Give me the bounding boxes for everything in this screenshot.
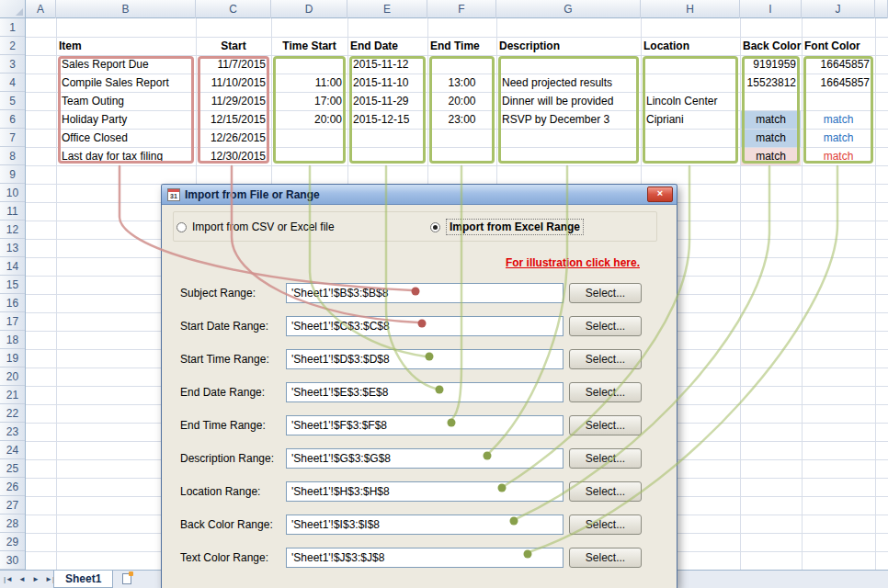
- row-header-7[interactable]: 7: [0, 129, 25, 147]
- tab-scroll-next-icon[interactable]: ►: [30, 572, 41, 586]
- subject-range-input[interactable]: [286, 283, 564, 303]
- end-date-range-select-button[interactable]: Select...: [569, 382, 642, 402]
- select-all-corner[interactable]: [0, 0, 26, 18]
- row-header-9[interactable]: 9: [0, 165, 25, 184]
- description-range-select-button[interactable]: Select...: [569, 448, 642, 469]
- column-header-J[interactable]: J: [802, 0, 875, 18]
- text-color-range-input[interactable]: [286, 548, 564, 568]
- row-header-1[interactable]: 1: [0, 18, 25, 37]
- close-button[interactable]: ×: [647, 187, 673, 202]
- radio-import-excel-range[interactable]: Import from Excel Range: [430, 218, 584, 236]
- range-highlight-D3-D8: [273, 56, 346, 164]
- cell-B2[interactable]: Item: [56, 37, 196, 55]
- row-header-4[interactable]: 4: [0, 74, 25, 92]
- start-date-range-input[interactable]: [286, 316, 564, 336]
- start-time-range-input[interactable]: [286, 349, 564, 369]
- back-color-range-select-button[interactable]: Select...: [569, 514, 642, 535]
- column-header-D[interactable]: D: [271, 0, 347, 18]
- column-header-E[interactable]: E: [347, 0, 427, 18]
- range-highlight-C3-C8: [198, 56, 269, 164]
- radio-unselected-icon[interactable]: [176, 222, 187, 232]
- row-header-5[interactable]: 5: [0, 92, 25, 110]
- row-header-2[interactable]: 2: [0, 37, 25, 55]
- row-header-26[interactable]: 26: [0, 478, 25, 496]
- location-range-label: Location Range:: [180, 481, 260, 502]
- row-header-21[interactable]: 21: [0, 386, 25, 404]
- row-header-11[interactable]: 11: [0, 202, 25, 220]
- cell-H2[interactable]: Location: [641, 37, 740, 55]
- cell-I2[interactable]: Back Color: [740, 37, 802, 55]
- row-header-22[interactable]: 22: [0, 404, 25, 423]
- column-header-I[interactable]: I: [740, 0, 802, 18]
- row-header-28[interactable]: 28: [0, 514, 25, 533]
- back-color-range-input[interactable]: [286, 514, 564, 535]
- start-date-range-select-button[interactable]: Select...: [569, 316, 642, 336]
- row-header-19[interactable]: 19: [0, 349, 25, 368]
- row-header-14[interactable]: 14: [0, 257, 25, 276]
- text-color-range-select-button[interactable]: Select...: [569, 548, 642, 568]
- radio-csv-label: Import from CSV or Excel file: [192, 220, 335, 233]
- text-color-range-label: Text Color Range:: [180, 548, 268, 568]
- cell-J2[interactable]: Font Color: [802, 37, 875, 55]
- sheet-tab-sheet1[interactable]: Sheet1: [53, 571, 113, 588]
- row-header-6[interactable]: 6: [0, 110, 25, 129]
- end-time-range-label: End Time Range:: [180, 415, 266, 435]
- row-header-24[interactable]: 24: [0, 441, 25, 459]
- radio-range-label: Import from Excel Range: [446, 219, 584, 235]
- excel-window: ItemStartTime StartEnd DateEnd TimeDescr…: [0, 0, 888, 588]
- field-row: Back Color Range:Select...: [162, 514, 677, 535]
- row-header-13[interactable]: 13: [0, 239, 25, 257]
- column-header-A[interactable]: A: [26, 0, 56, 18]
- subject-range-label: Subject Range:: [180, 283, 256, 303]
- column-header-G[interactable]: G: [496, 0, 641, 18]
- field-row: End Time Range:Select...: [162, 415, 677, 435]
- row-header-27[interactable]: 27: [0, 496, 25, 514]
- column-header-partial[interactable]: [875, 0, 888, 18]
- insert-worksheet-button[interactable]: [120, 572, 138, 587]
- row-header-23[interactable]: 23: [0, 423, 25, 441]
- cell-G2[interactable]: Description: [496, 37, 641, 55]
- row-header-8[interactable]: 8: [0, 147, 25, 165]
- insert-worksheet-icon: [122, 573, 131, 584]
- dialog-titlebar[interactable]: 31 Import from File or Range ×: [162, 185, 677, 205]
- row-header-17[interactable]: 17: [0, 312, 25, 331]
- cell-D2[interactable]: Time Start: [271, 37, 347, 55]
- end-date-range-label: End Date Range:: [180, 382, 265, 402]
- cell-C2[interactable]: Start: [196, 37, 271, 55]
- end-time-range-select-button[interactable]: Select...: [569, 415, 642, 435]
- start-date-range-label: Start Date Range:: [180, 316, 268, 336]
- range-highlight-G3-G8: [498, 56, 639, 164]
- subject-range-select-button[interactable]: Select...: [569, 283, 642, 303]
- column-header-H[interactable]: H: [641, 0, 740, 18]
- radio-selected-icon[interactable]: [430, 222, 440, 232]
- cell-E2[interactable]: End Date: [347, 37, 427, 55]
- row-header-30[interactable]: 30: [0, 551, 25, 570]
- row-header-12[interactable]: 12: [0, 220, 25, 239]
- radio-import-csv-file[interactable]: Import from CSV or Excel file: [176, 218, 335, 236]
- gridline: [26, 165, 888, 166]
- row-header-3[interactable]: 3: [0, 55, 25, 74]
- dialog-title: Import from File or Range: [185, 188, 647, 201]
- start-time-range-select-button[interactable]: Select...: [569, 349, 642, 369]
- row-header-15[interactable]: 15: [0, 276, 25, 294]
- end-time-range-input[interactable]: [286, 415, 564, 435]
- row-header-20[interactable]: 20: [0, 368, 25, 386]
- cell-F2[interactable]: End Time: [427, 37, 496, 55]
- row-header-16[interactable]: 16: [0, 294, 25, 312]
- description-range-input[interactable]: [286, 448, 564, 469]
- row-header-25[interactable]: 25: [0, 459, 25, 478]
- row-header-29[interactable]: 29: [0, 533, 25, 551]
- tab-scroll-first-icon[interactable]: |◄: [3, 572, 14, 586]
- column-header-C[interactable]: C: [196, 0, 271, 18]
- column-header-F[interactable]: F: [427, 0, 496, 18]
- location-range-input[interactable]: [286, 481, 564, 502]
- dialog-body: Import from CSV or Excel file Import fro…: [162, 205, 677, 588]
- column-header-B[interactable]: B: [56, 0, 196, 18]
- illustration-link[interactable]: For illustration click here.: [506, 256, 640, 269]
- calendar-31-icon: 31: [167, 188, 180, 201]
- row-header-18[interactable]: 18: [0, 331, 25, 349]
- tab-scroll-prev-icon[interactable]: ◄: [17, 572, 28, 586]
- row-header-10[interactable]: 10: [0, 184, 25, 202]
- location-range-select-button[interactable]: Select...: [569, 481, 642, 502]
- end-date-range-input[interactable]: [286, 382, 564, 402]
